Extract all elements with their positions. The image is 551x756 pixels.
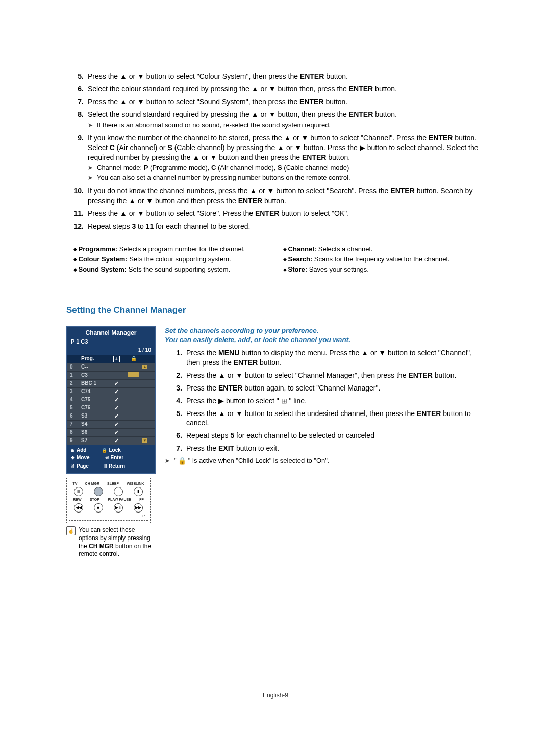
sub-note: ➤You can also set a channel number by pr… bbox=[88, 173, 485, 182]
step-number: 11. bbox=[66, 209, 88, 218]
definition-text: Sets the colour supporting system. bbox=[128, 255, 231, 263]
step-number: 4. bbox=[165, 396, 186, 406]
cm-row-index: 9 bbox=[70, 437, 81, 444]
step-body: If you know the number of the channel to… bbox=[88, 133, 485, 183]
cm-row: 3C74✓ bbox=[67, 387, 155, 396]
definition-item: Programme: Selects a program number for … bbox=[73, 245, 268, 254]
remote-note: ☝ You can select these options by simply… bbox=[66, 526, 156, 558]
cm-row-check: ✓ bbox=[108, 429, 125, 436]
cm-row: 5C76✓ bbox=[67, 404, 155, 412]
channel-manager-panel: Channel Manager P 1 C3 1 / 10 Prog. 🔒 0C… bbox=[66, 326, 156, 474]
cm-body: 0C--▲1C32BBC 1✓3C74✓4C75✓5C76✓6S3✓7S4✓8S… bbox=[67, 363, 155, 445]
cm-row: 8S6✓ bbox=[67, 428, 155, 436]
cm-foot-add: Add bbox=[77, 447, 86, 453]
definition-text: Sets the sound supporting system. bbox=[127, 265, 230, 273]
cm-row-check: ✓ bbox=[108, 412, 125, 420]
remote-label: TV bbox=[73, 481, 78, 486]
step-number: 10. bbox=[66, 186, 88, 206]
cm-head-prog: Prog. bbox=[81, 355, 108, 362]
enter-icon: ⏎ bbox=[105, 455, 109, 460]
manual-page: 5.Press the ▲ or ▼ button to select "Col… bbox=[0, 0, 551, 730]
step-item: 8.Select the sound standard required by … bbox=[66, 110, 485, 130]
cm-row-name: S4 bbox=[81, 421, 108, 428]
sub-note-text: Channel mode: P (Programme mode), C (Air… bbox=[97, 163, 485, 173]
cm-row-index: 2 bbox=[70, 380, 81, 387]
step-body: Press the ▲ or ▼ button to select the un… bbox=[186, 409, 485, 428]
step-body: Repeat steps 3 to 11 for each channel to… bbox=[88, 222, 485, 231]
cm-row-check: ✓ bbox=[108, 404, 125, 412]
step-item: 11.Press the ▲ or ▼ button to select "St… bbox=[66, 209, 485, 218]
remote-btn-rew: ◀◀ bbox=[74, 503, 83, 513]
step-body: Select the sound standard required by pr… bbox=[88, 110, 485, 130]
illustration-column: Channel Manager P 1 C3 1 / 10 Prog. 🔒 0C… bbox=[66, 326, 156, 558]
definition-item: Channel: Selects a channel. bbox=[283, 245, 478, 254]
cm-row-check: ✓ bbox=[108, 380, 125, 387]
remote-label: SLEEP bbox=[107, 481, 119, 486]
return-icon: Ⅲ bbox=[104, 464, 107, 469]
definition-text: Saves your settings. bbox=[307, 265, 369, 273]
step-item: 3.Press the ENTER button again, to selec… bbox=[165, 383, 485, 393]
page-icon: ⇵ bbox=[71, 464, 75, 469]
cm-row-index: 6 bbox=[70, 412, 81, 420]
remote-btn-ff: ▶▶ bbox=[134, 503, 143, 513]
step-item: 6.Repeat steps 5 for each channel to be … bbox=[165, 431, 485, 441]
step-body: Press the ENTER button again, to select … bbox=[186, 383, 485, 393]
cm-row-lock-cell bbox=[125, 372, 142, 379]
definition-term: Search: bbox=[288, 255, 313, 263]
cm-row-name: C-- bbox=[81, 363, 108, 371]
move-icon: ✥ bbox=[71, 455, 75, 460]
definitions-box: Programme: Selects a program number for … bbox=[66, 240, 485, 279]
cm-row-name: C75 bbox=[81, 396, 108, 403]
sub-note: ➤Channel mode: P (Programme mode), C (Ai… bbox=[88, 163, 485, 173]
remote-btn-wiselink: ▮ bbox=[134, 487, 143, 496]
remote-label: FF bbox=[139, 497, 144, 502]
add-column-icon bbox=[108, 355, 125, 362]
section-intro: Set the channels according to your prefe… bbox=[165, 326, 485, 344]
definition-term: Store: bbox=[288, 265, 308, 273]
cm-row: 0C--▲ bbox=[67, 363, 155, 371]
cm-foot-enter: Enter bbox=[111, 455, 124, 460]
cm-row-index: 7 bbox=[70, 421, 81, 428]
remote-label: WISELINK bbox=[127, 481, 144, 486]
steps-top: 5.Press the ▲ or ▼ button to select "Col… bbox=[66, 71, 485, 231]
remote-diagram: TVCH MGRSLEEPWISELINK ⊟ ▮ REWSTOPPLAY/ P… bbox=[66, 478, 151, 523]
cm-row-check: ✓ bbox=[108, 421, 125, 428]
remote-btn-tv: ⊟ bbox=[74, 487, 83, 496]
cm-foot-page: Page bbox=[77, 463, 89, 469]
cm-row-name: C3 bbox=[81, 372, 108, 379]
step-item: 10.If you do not know the channel number… bbox=[66, 186, 485, 206]
definition-text: Scans for the frequency value for the ch… bbox=[312, 255, 449, 263]
step-body: Press the EXIT button to exit. bbox=[186, 444, 485, 453]
note-arrow-icon: ➤ bbox=[88, 120, 97, 129]
definition-item: Search: Scans for the frequency value fo… bbox=[283, 255, 478, 264]
lock-note-text: " 🔒 " is active when "Child Lock" is sel… bbox=[174, 456, 485, 466]
step-number: 9. bbox=[66, 133, 88, 183]
cm-row-check: ✓ bbox=[108, 437, 125, 445]
intro-line-2: You can easily delete, add, or lock the … bbox=[165, 336, 350, 344]
step-item: 12.Repeat steps 3 to 11 for each channel… bbox=[66, 222, 485, 231]
cm-counter: 1 / 10 bbox=[67, 347, 155, 355]
cm-row: 7S4✓ bbox=[67, 420, 155, 428]
cm-row-name: S3 bbox=[81, 412, 108, 420]
step-item: 5.Press the ▲ or ▼ button to select "Col… bbox=[66, 71, 485, 81]
scroll-down-icon: ▼ bbox=[142, 438, 147, 443]
sub-note-text: You can also set a channel number by pre… bbox=[97, 173, 485, 182]
definition-text: Selects a program number for the channel… bbox=[117, 245, 245, 253]
definition-text: Selects a channel. bbox=[316, 245, 372, 253]
cm-title: Channel Manager bbox=[67, 327, 155, 338]
step-item: 5.Press the ▲ or ▼ button to select the … bbox=[165, 409, 485, 428]
remote-btn-play: ▶॥ bbox=[114, 503, 123, 513]
add-icon: ⊞ bbox=[71, 448, 75, 453]
cm-row-check: ✓ bbox=[108, 388, 125, 396]
cm-row-index: 0 bbox=[70, 363, 81, 371]
cm-row-name: C76 bbox=[81, 404, 108, 411]
step-number: 6. bbox=[165, 431, 186, 441]
lock-note: ➤" 🔒 " is active when "Child Lock" is se… bbox=[165, 456, 485, 466]
page-footer: English-9 bbox=[66, 691, 485, 699]
step-item: 6.Select the colour standard required by… bbox=[66, 84, 485, 94]
intro-line-1: Set the channels according to your prefe… bbox=[165, 327, 319, 334]
step-item: 7.Press the ▲ or ▼ button to select "Sou… bbox=[66, 97, 485, 107]
cm-foot-return: Return bbox=[109, 463, 125, 469]
step-number: 5. bbox=[165, 409, 186, 428]
cm-foot-move: Move bbox=[77, 455, 90, 460]
